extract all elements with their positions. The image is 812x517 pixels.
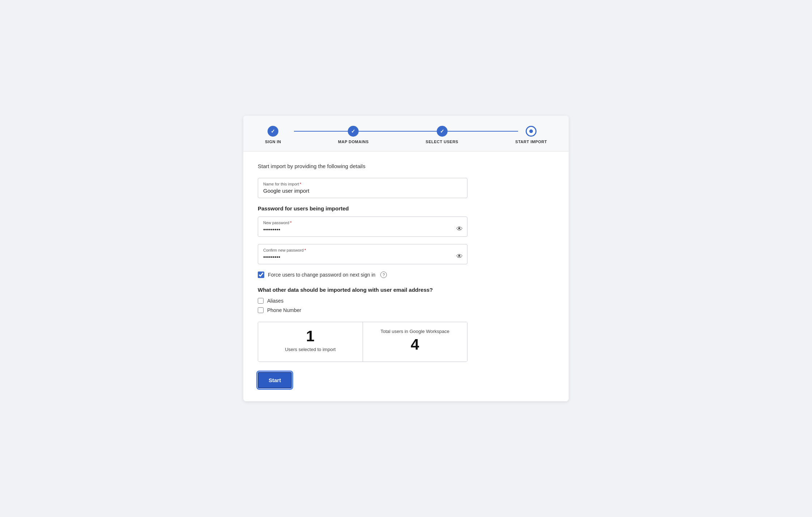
users-selected-label: Users selected to import — [265, 347, 355, 352]
step-circle-select-users: ✓ — [437, 126, 448, 137]
toggle-confirm-password-button[interactable]: 👁 — [456, 253, 463, 260]
confirm-password-field: Confirm new password* 👁 — [258, 244, 467, 264]
confirm-password-input[interactable] — [263, 254, 462, 260]
force-change-checkbox[interactable] — [258, 272, 264, 278]
phone-label: Phone Number — [267, 307, 301, 313]
step-circle-map-domains: ✓ — [348, 126, 359, 137]
step-label-start-import: START IMPORT — [515, 140, 547, 144]
content-area: Start import by providing the following … — [243, 151, 569, 401]
step-circle-sign-in: ✓ — [268, 126, 278, 137]
force-change-row: Force users to change password on next s… — [258, 272, 554, 278]
toggle-new-password-button[interactable]: 👁 — [456, 225, 463, 233]
main-container: ✓ SIGN IN ✓ MAP DOMAINS ✓ SELECT USERS S… — [243, 116, 569, 401]
new-password-label: New password* — [263, 221, 462, 225]
step-label-select-users: SELECT USERS — [426, 140, 458, 144]
total-workspace-box: Total users in Google Workspace 4 — [363, 322, 467, 362]
total-workspace-count: 4 — [370, 337, 460, 352]
data-question: What other data should be imported along… — [258, 287, 554, 293]
phone-row: Phone Number — [258, 307, 554, 313]
step-circle-start-import — [526, 126, 537, 137]
stepper-line — [294, 131, 518, 132]
step-label-sign-in: SIGN IN — [265, 140, 281, 144]
import-name-field: Name for this import* — [258, 178, 467, 198]
import-name-group: Name for this import* — [258, 178, 554, 198]
new-password-input[interactable] — [263, 226, 462, 232]
intro-text: Start import by providing the following … — [258, 163, 554, 169]
aliases-row: Aliases — [258, 298, 554, 304]
checkmark-sign-in: ✓ — [271, 128, 275, 134]
step-start-import: START IMPORT — [515, 126, 547, 144]
total-workspace-label: Total users in Google Workspace — [370, 329, 460, 334]
help-icon[interactable]: ? — [380, 272, 387, 278]
users-selected-count: 1 — [265, 329, 355, 344]
password-section-title: Password for users being imported — [258, 205, 554, 212]
import-name-input[interactable] — [263, 188, 462, 194]
aliases-checkbox[interactable] — [258, 298, 264, 304]
start-button[interactable]: Start — [258, 372, 292, 388]
confirm-password-label: Confirm new password* — [263, 248, 462, 252]
checkmark-map-domains: ✓ — [351, 128, 355, 134]
step-label-map-domains: MAP DOMAINS — [338, 140, 369, 144]
force-change-label: Force users to change password on next s… — [268, 272, 375, 278]
users-selected-box: 1 Users selected to import — [258, 322, 363, 362]
import-name-label: Name for this import* — [263, 182, 462, 186]
eye-icon-new: 👁 — [456, 225, 463, 232]
required-star-pw: * — [290, 221, 291, 225]
eye-icon-confirm: 👁 — [456, 253, 463, 260]
step-sign-in: ✓ SIGN IN — [265, 126, 281, 144]
stepper: ✓ SIGN IN ✓ MAP DOMAINS ✓ SELECT USERS S… — [243, 116, 569, 151]
required-star-cpw: * — [304, 248, 306, 252]
new-password-field: New password* 👁 — [258, 217, 467, 237]
checkmark-select-users: ✓ — [440, 128, 444, 134]
step-select-users: ✓ SELECT USERS — [426, 126, 458, 144]
active-dot — [529, 129, 533, 133]
new-password-group: New password* 👁 — [258, 217, 554, 237]
aliases-label: Aliases — [267, 298, 283, 304]
phone-checkbox[interactable] — [258, 307, 264, 313]
required-star-name: * — [300, 182, 301, 186]
confirm-password-group: Confirm new password* 👁 — [258, 244, 554, 264]
step-map-domains: ✓ MAP DOMAINS — [338, 126, 369, 144]
stats-row: 1 Users selected to import Total users i… — [258, 322, 467, 362]
